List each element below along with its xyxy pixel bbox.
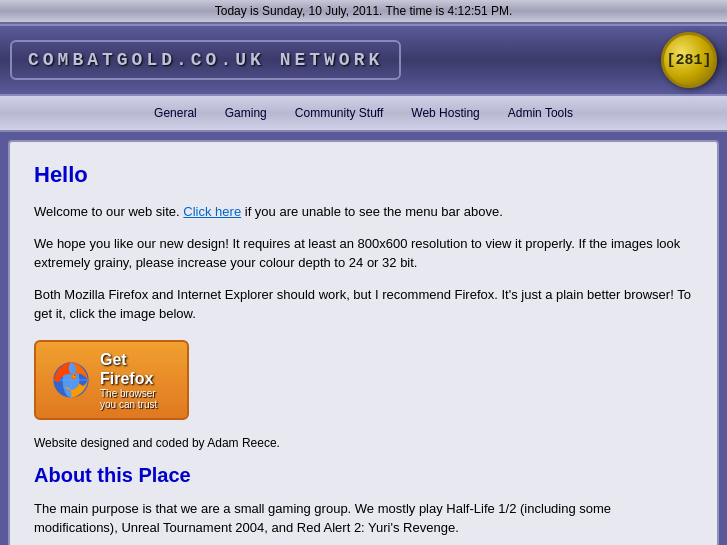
navigation: General Gaming Community Stuff Web Hosti… — [0, 96, 727, 132]
nav-community[interactable]: Community Stuff — [282, 102, 396, 124]
main-wrapper: Hello Welcome to our web site. Click her… — [0, 132, 727, 545]
date-text: Today is Sunday, 10 July, 2011. The time… — [215, 4, 513, 18]
intro-suffix: if you are unable to see the menu bar ab… — [241, 204, 503, 219]
get-firefox-label: Get Firefox — [100, 350, 173, 388]
section2-p1: The main purpose is that we are a small … — [34, 499, 693, 538]
intro-paragraph: Welcome to our web site. Click here if y… — [34, 202, 693, 222]
header: COMBATGOLD.CO.UK NETWORK [281] — [0, 24, 727, 96]
firefox-logo-icon — [50, 359, 92, 401]
nav-admin[interactable]: Admin Tools — [495, 102, 586, 124]
badge: [281] — [661, 32, 717, 88]
nav-gaming[interactable]: Gaming — [212, 102, 280, 124]
intro-prefix: Welcome to our web site. — [34, 204, 183, 219]
firefox-paragraph: Both Mozilla Firefox and Internet Explor… — [34, 285, 693, 324]
page-title: Hello — [34, 162, 693, 188]
content-area: Hello Welcome to our web site. Click her… — [8, 140, 719, 545]
credit-text: Website designed and coded by Adam Reece… — [34, 434, 693, 452]
badge-text: [281] — [666, 52, 711, 69]
firefox-button[interactable]: Get Firefox The browser you can trust — [34, 340, 189, 420]
firefox-button-text: Get Firefox The browser you can trust — [100, 350, 173, 410]
firefox-tagline: The browser you can trust — [100, 388, 173, 410]
click-here-link[interactable]: Click here — [183, 204, 241, 219]
date-bar: Today is Sunday, 10 July, 2011. The time… — [0, 0, 727, 24]
nav-hosting[interactable]: Web Hosting — [398, 102, 492, 124]
section2-title: About this Place — [34, 464, 693, 487]
resolution-paragraph: We hope you like our new design! It requ… — [34, 234, 693, 273]
firefox-button-inner: Get Firefox The browser you can trust — [50, 350, 173, 410]
site-logo: COMBATGOLD.CO.UK NETWORK — [10, 40, 401, 80]
svg-point-6 — [74, 375, 75, 376]
nav-general[interactable]: General — [141, 102, 210, 124]
